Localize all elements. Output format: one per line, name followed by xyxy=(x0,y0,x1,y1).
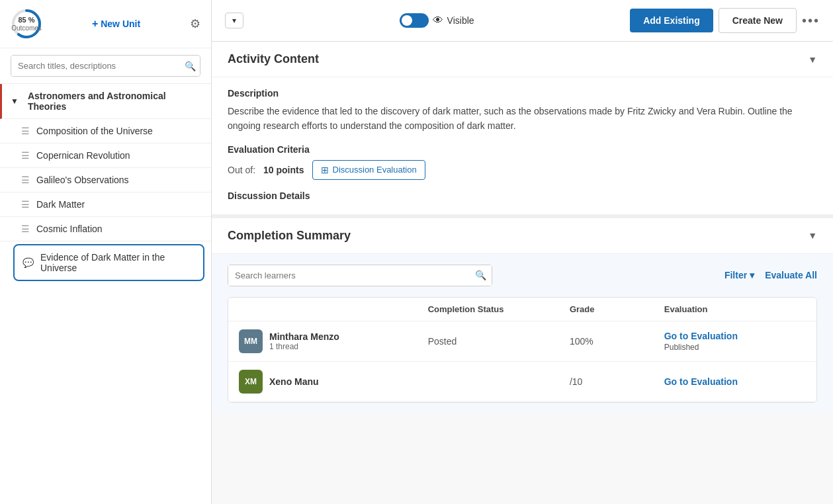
col-evaluation-header: Evaluation xyxy=(664,304,806,314)
go-to-evaluation-link[interactable]: Go to Evaluation xyxy=(664,376,806,387)
student-threads: 1 thread xyxy=(269,342,339,351)
completion-collapse-arrow-icon[interactable]: ▼ xyxy=(808,230,817,241)
filter-chevron-icon: ▾ xyxy=(750,270,754,280)
doc-icon: ☰ xyxy=(21,175,30,185)
student-cell: XM Xeno Manu xyxy=(239,370,428,394)
avatar-initials: MM xyxy=(244,337,257,346)
avatar: MM xyxy=(239,329,263,353)
table-row: XM Xeno Manu /10 Go to Evaluation xyxy=(228,362,816,402)
go-to-evaluation-link[interactable]: Go to Evaluation xyxy=(664,331,806,341)
chevron-down-icon: ▾ xyxy=(232,16,236,25)
outcomes-percent: 85 % xyxy=(18,16,34,24)
table-header-row: Completion Status Grade Evaluation xyxy=(228,298,816,321)
points-value: 10 points xyxy=(263,165,304,175)
student-name: Minthara Menzo xyxy=(269,331,339,342)
evaluate-all-button[interactable]: Evaluate All xyxy=(765,270,817,280)
toggle-check-icon: ✓ xyxy=(403,17,408,24)
activity-content-title: Activity Content xyxy=(228,52,319,66)
grade-value: 100% xyxy=(570,336,664,347)
description-text: Describe the evidence that led to the di… xyxy=(228,104,817,134)
grade-value: /10 xyxy=(570,376,664,387)
search-icon: 🔍 xyxy=(185,61,196,71)
avatar: XM xyxy=(239,370,263,394)
left-panel: 85 % Outcomes + New Unit ⚙ 🔍 ▼ Astronome… xyxy=(0,0,212,504)
new-unit-button[interactable]: + New Unit xyxy=(92,18,140,30)
sidebar-scroll: ▼ Astronomers and Astronomical Theories … xyxy=(0,84,211,504)
discussion-details-label: Discussion Details xyxy=(228,190,817,201)
search-bar: 🔍 xyxy=(0,48,211,84)
completion-body: 🔍 Filter ▾ Evaluate All Completion S xyxy=(212,254,833,413)
new-unit-label: New Unit xyxy=(101,19,140,29)
eye-icon: 👁 xyxy=(433,15,443,26)
sidebar-item-dark-matter[interactable]: ☰ Dark Matter xyxy=(0,192,211,217)
evaluation-criteria-row: Out of: 10 points ⊞ Discussion Evaluatio… xyxy=(228,160,817,180)
visible-label: Visible xyxy=(447,15,474,26)
discussion-evaluation-button[interactable]: ⊞ Discussion Evaluation xyxy=(312,160,425,180)
activity-content-header: Activity Content ▼ xyxy=(212,42,833,77)
student-info: Minthara Menzo 1 thread xyxy=(269,331,339,351)
learner-search-row: 🔍 Filter ▾ Evaluate All xyxy=(228,265,817,286)
toggle-wrap: ✓ 👁 Visible xyxy=(400,13,474,28)
sidebar-item-cosmic-inflation[interactable]: ☰ Cosmic Inflation xyxy=(0,217,211,241)
search-input-wrap: 🔍 xyxy=(11,55,200,77)
completion-summary-section: Completion Summary ▼ 🔍 Filter ▾ Evaluate… xyxy=(212,218,833,413)
left-header: 85 % Outcomes + New Unit ⚙ xyxy=(0,0,211,48)
sidebar-item-label: Cosmic Inflation xyxy=(36,224,103,234)
sidebar-item-label: Galileo's Observations xyxy=(36,175,129,185)
dropdown-top[interactable]: ▾ xyxy=(225,13,243,28)
evaluation-cell: Go to Evaluation xyxy=(664,376,806,387)
filter-eval-row: Filter ▾ Evaluate All xyxy=(724,270,817,280)
main-content: Activity Content ▼ Description Describe … xyxy=(212,42,833,504)
search-icon-button[interactable]: 🔍 xyxy=(185,61,196,71)
plus-icon: + xyxy=(92,18,98,30)
completion-status: Posted xyxy=(428,336,570,347)
top-toolbar: ▾ ✓ 👁 Visible Add Existing Create New ••… xyxy=(212,0,833,42)
table-row: MM Minthara Menzo 1 thread Posted 100% G… xyxy=(228,321,816,362)
sidebar-item-copernican[interactable]: ☰ Copernican Revolution xyxy=(0,144,211,168)
learner-search-wrap: 🔍 xyxy=(228,265,492,286)
avatar-initials: XM xyxy=(245,377,257,386)
more-options-button[interactable]: ••• xyxy=(802,13,820,28)
student-info: Xeno Manu xyxy=(269,376,319,387)
sidebar-item-label: Evidence of Dark Matter in the Universe xyxy=(40,252,195,273)
toolbar-left: ✓ 👁 Visible xyxy=(400,13,474,28)
out-of-label: Out of: xyxy=(228,165,255,175)
outcomes-label: Outcomes xyxy=(11,24,42,32)
filter-label: Filter xyxy=(724,270,747,280)
outcomes-circle: 85 % Outcomes xyxy=(11,8,42,40)
settings-button[interactable]: ⚙ xyxy=(190,17,200,31)
discussion-eval-label: Discussion Evaluation xyxy=(333,165,417,175)
col-name-header xyxy=(239,304,428,314)
evaluation-criteria-label: Evaluation Criteria xyxy=(228,144,817,155)
doc-icon: ☰ xyxy=(21,224,30,234)
sidebar-item-evidence-dark-matter[interactable]: 💬 Evidence of Dark Matter in the Univers… xyxy=(13,244,204,281)
learner-search-icon: 🔍 xyxy=(475,270,486,280)
search-input[interactable] xyxy=(11,56,200,76)
eval-status: Published xyxy=(664,343,699,352)
sidebar-item-galileo[interactable]: ☰ Galileo's Observations xyxy=(0,168,211,192)
sidebar-item-label: Dark Matter xyxy=(36,199,85,210)
col-grade-header: Grade xyxy=(570,304,664,314)
col-completion-status-header: Completion Status xyxy=(428,304,570,314)
student-cell: MM Minthara Menzo 1 thread xyxy=(239,329,428,353)
activity-content-body: Description Describe the evidence that l… xyxy=(212,77,833,214)
completion-table: Completion Status Grade Evaluation MM Mi… xyxy=(228,297,817,403)
chat-icon: 💬 xyxy=(22,257,34,268)
sidebar-section-header[interactable]: ▼ Astronomers and Astronomical Theories xyxy=(0,84,211,119)
sidebar-item-composition[interactable]: ☰ Composition of the Universe xyxy=(0,119,211,144)
sidebar-item-label: Composition of the Universe xyxy=(36,126,153,136)
completion-summary-header: Completion Summary ▼ xyxy=(212,218,833,254)
student-name: Xeno Manu xyxy=(269,376,319,387)
toolbar-right: Add Existing Create New ••• xyxy=(630,8,820,33)
learner-search-input[interactable] xyxy=(228,265,492,286)
sidebar-item-label: Copernican Revolution xyxy=(36,150,130,161)
filter-button[interactable]: Filter ▾ xyxy=(724,270,754,280)
sidebar-section-title: Astronomers and Astronomical Theories xyxy=(28,91,200,112)
activity-collapse-arrow-icon[interactable]: ▼ xyxy=(808,54,817,65)
visible-toggle[interactable]: ✓ xyxy=(400,13,429,28)
doc-icon: ☰ xyxy=(21,199,30,210)
create-new-button[interactable]: Create New xyxy=(719,8,797,33)
description-label: Description xyxy=(228,88,817,99)
add-existing-button[interactable]: Add Existing xyxy=(630,9,713,32)
activity-content-section: Activity Content ▼ Description Describe … xyxy=(212,42,833,218)
